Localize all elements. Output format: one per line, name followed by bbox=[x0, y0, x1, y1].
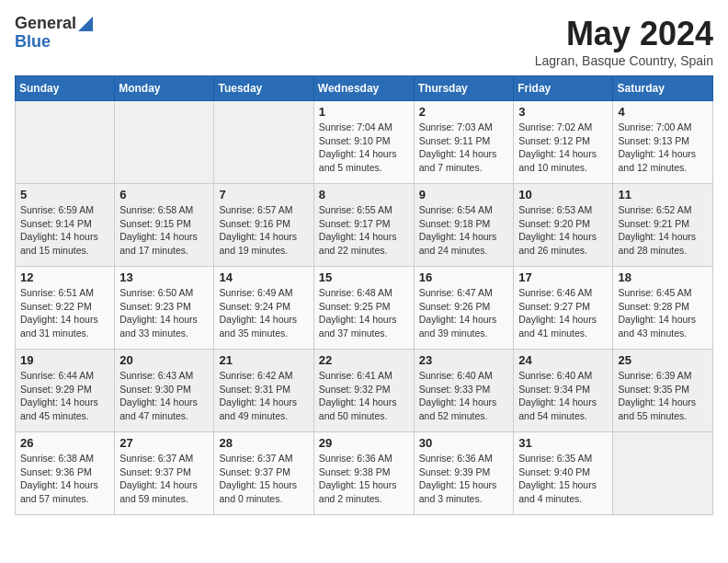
calendar-cell: 29Sunrise: 6:36 AMSunset: 9:38 PMDayligh… bbox=[313, 432, 414, 515]
calendar-cell: 24Sunrise: 6:40 AMSunset: 9:34 PMDayligh… bbox=[514, 350, 613, 432]
day-info: Sunrise: 6:55 AMSunset: 9:17 PMDaylight:… bbox=[319, 203, 409, 258]
calendar-cell: 9Sunrise: 6:54 AMSunset: 9:18 PMDaylight… bbox=[414, 184, 514, 267]
day-number: 19 bbox=[20, 353, 109, 367]
calendar-cell bbox=[613, 432, 713, 515]
day-number: 3 bbox=[518, 105, 608, 119]
calendar-cell: 10Sunrise: 6:53 AMSunset: 9:20 PMDayligh… bbox=[514, 184, 613, 267]
day-number: 5 bbox=[20, 188, 109, 201]
weekday-header-wednesday: Wednesday bbox=[313, 76, 414, 101]
day-info: Sunrise: 6:40 AMSunset: 9:34 PMDaylight:… bbox=[518, 369, 608, 423]
day-info: Sunrise: 7:04 AMSunset: 9:10 PMDaylight:… bbox=[319, 121, 409, 175]
day-number: 4 bbox=[618, 105, 708, 119]
day-info: Sunrise: 6:38 AMSunset: 9:36 PMDaylight:… bbox=[20, 452, 109, 506]
calendar-cell: 21Sunrise: 6:42 AMSunset: 9:31 PMDayligh… bbox=[214, 350, 313, 432]
day-info: Sunrise: 6:48 AMSunset: 9:25 PMDaylight:… bbox=[319, 286, 409, 340]
calendar-cell: 18Sunrise: 6:45 AMSunset: 9:28 PMDayligh… bbox=[613, 267, 713, 350]
calendar-cell: 28Sunrise: 6:37 AMSunset: 9:37 PMDayligh… bbox=[214, 432, 313, 515]
weekday-header-sunday: Sunday bbox=[16, 76, 115, 101]
day-info: Sunrise: 7:02 AMSunset: 9:12 PMDaylight:… bbox=[518, 121, 608, 175]
day-info: Sunrise: 6:58 AMSunset: 9:15 PMDaylight:… bbox=[119, 203, 209, 258]
calendar-cell: 31Sunrise: 6:35 AMSunset: 9:40 PMDayligh… bbox=[514, 432, 613, 515]
day-info: Sunrise: 6:59 AMSunset: 9:14 PMDaylight:… bbox=[20, 203, 109, 258]
calendar-cell: 7Sunrise: 6:57 AMSunset: 9:16 PMDaylight… bbox=[214, 184, 313, 267]
weekday-header-row: SundayMondayTuesdayWednesdayThursdayFrid… bbox=[16, 76, 713, 101]
day-info: Sunrise: 6:52 AMSunset: 9:21 PMDaylight:… bbox=[618, 203, 708, 258]
day-number: 24 bbox=[518, 353, 608, 367]
day-info: Sunrise: 6:53 AMSunset: 9:20 PMDaylight:… bbox=[518, 203, 608, 258]
day-number: 31 bbox=[518, 436, 608, 450]
calendar-title: May 2024 bbox=[535, 15, 713, 53]
day-info: Sunrise: 6:36 AMSunset: 9:39 PMDaylight:… bbox=[419, 452, 509, 506]
title-block: May 2024 Lagran, Basque Country, Spain bbox=[535, 15, 713, 68]
day-number: 18 bbox=[618, 270, 708, 284]
day-number: 26 bbox=[20, 436, 109, 450]
calendar-cell: 13Sunrise: 6:50 AMSunset: 9:23 PMDayligh… bbox=[115, 267, 214, 350]
day-number: 15 bbox=[319, 270, 409, 284]
day-info: Sunrise: 6:51 AMSunset: 9:22 PMDaylight:… bbox=[20, 286, 109, 340]
calendar-week-5: 26Sunrise: 6:38 AMSunset: 9:36 PMDayligh… bbox=[16, 432, 713, 515]
day-info: Sunrise: 6:49 AMSunset: 9:24 PMDaylight:… bbox=[219, 286, 308, 340]
day-number: 20 bbox=[119, 353, 209, 367]
calendar-cell bbox=[214, 101, 313, 184]
calendar-week-2: 5Sunrise: 6:59 AMSunset: 9:14 PMDaylight… bbox=[16, 184, 713, 267]
calendar-cell: 2Sunrise: 7:03 AMSunset: 9:11 PMDaylight… bbox=[414, 101, 514, 184]
svg-marker-0 bbox=[78, 17, 93, 31]
calendar-cell: 20Sunrise: 6:43 AMSunset: 9:30 PMDayligh… bbox=[115, 350, 214, 432]
day-info: Sunrise: 6:43 AMSunset: 9:30 PMDaylight:… bbox=[119, 369, 209, 423]
day-info: Sunrise: 7:00 AMSunset: 9:13 PMDaylight:… bbox=[618, 121, 708, 175]
day-number: 14 bbox=[219, 270, 308, 284]
day-info: Sunrise: 6:44 AMSunset: 9:29 PMDaylight:… bbox=[20, 369, 109, 423]
calendar-cell: 17Sunrise: 6:46 AMSunset: 9:27 PMDayligh… bbox=[514, 267, 613, 350]
logo-general-text: General bbox=[15, 15, 76, 33]
calendar-cell: 12Sunrise: 6:51 AMSunset: 9:22 PMDayligh… bbox=[16, 267, 115, 350]
day-info: Sunrise: 6:50 AMSunset: 9:23 PMDaylight:… bbox=[119, 286, 209, 340]
calendar-cell: 15Sunrise: 6:48 AMSunset: 9:25 PMDayligh… bbox=[313, 267, 414, 350]
day-number: 28 bbox=[219, 436, 308, 450]
calendar-cell: 27Sunrise: 6:37 AMSunset: 9:37 PMDayligh… bbox=[115, 432, 214, 515]
calendar-cell: 5Sunrise: 6:59 AMSunset: 9:14 PMDaylight… bbox=[16, 184, 115, 267]
day-info: Sunrise: 6:35 AMSunset: 9:40 PMDaylight:… bbox=[518, 452, 608, 506]
day-info: Sunrise: 6:54 AMSunset: 9:18 PMDaylight:… bbox=[419, 203, 509, 258]
day-info: Sunrise: 6:45 AMSunset: 9:28 PMDaylight:… bbox=[618, 286, 708, 340]
logo-triangle-icon bbox=[78, 17, 93, 31]
day-number: 29 bbox=[319, 436, 409, 450]
day-info: Sunrise: 7:03 AMSunset: 9:11 PMDaylight:… bbox=[419, 121, 509, 175]
weekday-header-tuesday: Tuesday bbox=[214, 76, 313, 101]
calendar-cell: 11Sunrise: 6:52 AMSunset: 9:21 PMDayligh… bbox=[613, 184, 713, 267]
day-number: 9 bbox=[419, 188, 509, 201]
day-number: 22 bbox=[319, 353, 409, 367]
day-number: 25 bbox=[618, 353, 708, 367]
calendar-cell: 4Sunrise: 7:00 AMSunset: 9:13 PMDaylight… bbox=[613, 101, 713, 184]
day-info: Sunrise: 6:42 AMSunset: 9:31 PMDaylight:… bbox=[219, 369, 308, 423]
calendar-cell: 23Sunrise: 6:40 AMSunset: 9:33 PMDayligh… bbox=[414, 350, 514, 432]
day-number: 11 bbox=[618, 188, 708, 201]
day-number: 8 bbox=[319, 188, 409, 201]
calendar-table: SundayMondayTuesdayWednesdayThursdayFrid… bbox=[15, 75, 713, 515]
day-info: Sunrise: 6:37 AMSunset: 9:37 PMDaylight:… bbox=[119, 452, 209, 506]
day-info: Sunrise: 6:36 AMSunset: 9:38 PMDaylight:… bbox=[319, 452, 409, 506]
day-number: 10 bbox=[518, 188, 608, 201]
calendar-cell: 26Sunrise: 6:38 AMSunset: 9:36 PMDayligh… bbox=[16, 432, 115, 515]
calendar-cell: 22Sunrise: 6:41 AMSunset: 9:32 PMDayligh… bbox=[313, 350, 414, 432]
calendar-cell: 8Sunrise: 6:55 AMSunset: 9:17 PMDaylight… bbox=[313, 184, 414, 267]
weekday-header-monday: Monday bbox=[115, 76, 214, 101]
calendar-cell: 14Sunrise: 6:49 AMSunset: 9:24 PMDayligh… bbox=[214, 267, 313, 350]
day-number: 27 bbox=[119, 436, 209, 450]
day-number: 23 bbox=[419, 353, 509, 367]
day-info: Sunrise: 6:41 AMSunset: 9:32 PMDaylight:… bbox=[319, 369, 409, 423]
weekday-header-saturday: Saturday bbox=[613, 76, 713, 101]
day-number: 7 bbox=[219, 188, 308, 201]
calendar-cell: 30Sunrise: 6:36 AMSunset: 9:39 PMDayligh… bbox=[414, 432, 514, 515]
day-info: Sunrise: 6:37 AMSunset: 9:37 PMDaylight:… bbox=[219, 452, 308, 506]
logo-blue-text: Blue bbox=[15, 32, 51, 51]
calendar-week-1: 1Sunrise: 7:04 AMSunset: 9:10 PMDaylight… bbox=[16, 101, 713, 184]
calendar-cell: 3Sunrise: 7:02 AMSunset: 9:12 PMDaylight… bbox=[514, 101, 613, 184]
weekday-header-thursday: Thursday bbox=[414, 76, 514, 101]
day-number: 21 bbox=[219, 353, 308, 367]
day-number: 2 bbox=[419, 105, 509, 119]
day-number: 12 bbox=[20, 270, 109, 284]
calendar-week-4: 19Sunrise: 6:44 AMSunset: 9:29 PMDayligh… bbox=[16, 350, 713, 432]
calendar-cell: 25Sunrise: 6:39 AMSunset: 9:35 PMDayligh… bbox=[613, 350, 713, 432]
calendar-location: Lagran, Basque Country, Spain bbox=[535, 53, 713, 68]
day-number: 13 bbox=[119, 270, 209, 284]
